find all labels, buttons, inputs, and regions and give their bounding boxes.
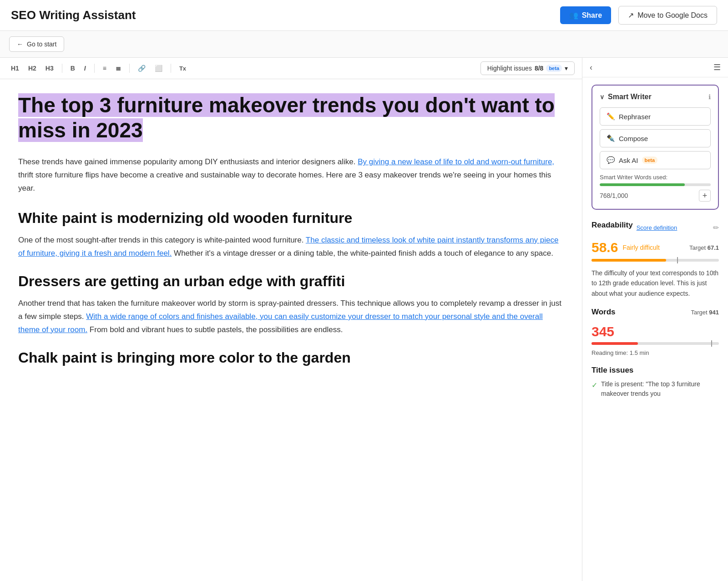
readability-target-marker — [677, 257, 678, 263]
h1-button[interactable]: H1 — [7, 63, 23, 74]
editor-content[interactable]: The top 3 furniture makeover trends you … — [0, 79, 582, 581]
para2-link[interactable]: With a wide range of colors and finishes… — [18, 312, 543, 334]
readability-score: 58.6 — [592, 240, 618, 255]
toolbar-separator-4 — [171, 64, 171, 73]
topbar: SEO Writing Assistant 👥 Share ↗ Move to … — [0, 0, 728, 31]
words-target-marker — [711, 340, 712, 347]
google-docs-icon: ↗ — [628, 11, 634, 20]
ask-ai-icon: 💬 — [607, 156, 615, 164]
topbar-actions: 👥 Share ↗ Move to Google Docs — [560, 6, 717, 25]
sidebar-menu-icon[interactable]: ☰ — [713, 62, 721, 72]
words-progress-bar — [600, 183, 711, 186]
subheading-3: Chalk paint is bringing more color to th… — [18, 349, 564, 366]
readability-header: Readability Score definition ✏ — [592, 221, 719, 234]
words-fill — [592, 342, 638, 345]
intro-link[interactable]: By giving a new lease of life to old and… — [358, 157, 554, 166]
title-issue-item: ✓ Title is present: "The top 3 furniture… — [592, 379, 719, 399]
link-button[interactable]: 🔗 — [134, 63, 149, 74]
readability-bar — [592, 259, 719, 262]
sidebar-back-icon[interactable]: ‹ — [590, 63, 592, 72]
smart-writer-title: ∨ Smart Writer — [600, 93, 652, 101]
readability-description: The difficulty of your text corresponds … — [592, 268, 719, 298]
words-used-label: Smart Writer Words used: — [600, 174, 711, 181]
readability-fill — [592, 259, 666, 262]
share-button[interactable]: 👥 Share — [560, 6, 611, 24]
words-main-row: Words Target 941 — [592, 308, 719, 321]
subheading-2: Dressers are getting an urban edge with … — [18, 273, 564, 290]
score-definition-link[interactable]: Score definition — [637, 224, 677, 231]
readability-score-row: 58.6 Fairly difficult Target 67.1 — [592, 240, 719, 255]
body-paragraph-1: One of the most sought-after trends in t… — [18, 234, 564, 260]
h3-button[interactable]: H3 — [42, 63, 57, 74]
sidebar-nav: ‹ ☰ — [582, 58, 728, 77]
title-issues-heading: Title issues — [592, 366, 719, 375]
title-issues-section: Title issues ✓ Title is present: "The to… — [592, 366, 719, 399]
ask-ai-beta-badge: beta — [642, 157, 658, 164]
words-count: 768/1,000 — [600, 192, 628, 199]
app-title: SEO Writing Assistant — [11, 8, 136, 22]
para1-link[interactable]: The classic and timeless look of white p… — [18, 236, 558, 258]
title-issue-text: Title is present: "The top 3 furniture m… — [601, 379, 719, 399]
reading-time: Reading time: 1.5 min — [592, 349, 649, 356]
highlight-label: Highlight issues — [487, 65, 532, 72]
highlight-beta-badge: beta — [546, 65, 562, 72]
readability-edit-icon[interactable]: ✏ — [713, 223, 719, 232]
go-to-start-button[interactable]: ← Go to start — [9, 36, 64, 52]
smart-writer-header: ∨ Smart Writer ℹ — [600, 93, 711, 101]
editor-area: H1 H2 H3 B I ≡ ≣ 🔗 ⬜ Tx Highlight issues… — [0, 58, 582, 581]
words-plus-button[interactable]: + — [699, 190, 711, 202]
highlight-chevron-icon: ▾ — [565, 65, 568, 72]
words-count-row: 768/1,000 + — [600, 190, 711, 202]
words-target-label: Target 941 — [691, 309, 719, 316]
go-to-start-bar: ← Go to start — [0, 31, 728, 58]
toolbar-separator-1 — [62, 64, 62, 73]
ordered-list-button[interactable]: ≡ — [99, 63, 110, 74]
readability-score-label: Fairly difficult — [622, 244, 659, 251]
words-section: Words Target 941 345 Reading time: 1.5 m… — [592, 308, 719, 357]
words-count-big: 345 — [592, 324, 614, 339]
highlight-count: 8/8 — [535, 65, 543, 72]
subheading-1: White paint is modernizing old wooden fu… — [18, 210, 564, 227]
editor-toolbar: H1 H2 H3 B I ≡ ≣ 🔗 ⬜ Tx Highlight issues… — [0, 58, 582, 79]
toolbar-separator-2 — [94, 64, 95, 73]
italic-button[interactable]: I — [81, 63, 90, 74]
readability-title: Readability — [592, 221, 633, 230]
sidebar-inner: ∨ Smart Writer ℹ ✏️ Rephraser ✒️ Compose… — [582, 77, 728, 415]
google-docs-button[interactable]: ↗ Move to Google Docs — [618, 6, 717, 25]
share-icon: 👥 — [569, 11, 578, 20]
readability-section: Readability Score definition ✏ 58.6 Fair… — [592, 221, 719, 298]
body-paragraph-2: Another trend that has taken the furnitu… — [18, 297, 564, 337]
article-intro-paragraph: These trends have gained immense popular… — [18, 156, 564, 195]
words-bar — [592, 342, 719, 345]
ask-ai-button[interactable]: 💬 Ask AI beta — [600, 151, 711, 169]
compose-button[interactable]: ✒️ Compose — [600, 129, 711, 147]
article-title: The top 3 furniture makeover trends you … — [18, 93, 555, 142]
smart-writer-chevron-icon[interactable]: ∨ — [600, 93, 604, 101]
arrow-left-icon: ← — [17, 40, 23, 48]
toolbar-separator-3 — [129, 64, 130, 73]
bold-button[interactable]: B — [67, 63, 79, 74]
smart-writer-card: ∨ Smart Writer ℹ ✏️ Rephraser ✒️ Compose… — [592, 85, 719, 210]
sidebar: ‹ ☰ ∨ Smart Writer ℹ ✏️ Rephraser ✒️ — [582, 58, 728, 581]
h2-button[interactable]: H2 — [25, 63, 40, 74]
image-button[interactable]: ⬜ — [151, 63, 166, 74]
main-layout: H1 H2 H3 B I ≡ ≣ 🔗 ⬜ Tx Highlight issues… — [0, 58, 728, 581]
highlight-issues-button[interactable]: Highlight issues 8/8 beta ▾ — [480, 61, 575, 75]
smart-writer-info-icon[interactable]: ℹ — [708, 93, 711, 101]
article-title-block: The top 3 furniture makeover trends you … — [18, 93, 564, 143]
readability-target-label: Target 67.1 — [689, 244, 719, 251]
words-section-title: Words — [592, 308, 616, 317]
rephraser-button[interactable]: ✏️ Rephraser — [600, 107, 711, 126]
words-progress-fill — [600, 183, 685, 186]
clear-format-button[interactable]: Tx — [176, 63, 190, 74]
check-icon: ✓ — [592, 380, 597, 391]
rephraser-icon: ✏️ — [607, 112, 615, 121]
unordered-list-button[interactable]: ≣ — [112, 63, 125, 74]
compose-icon: ✒️ — [607, 134, 615, 142]
